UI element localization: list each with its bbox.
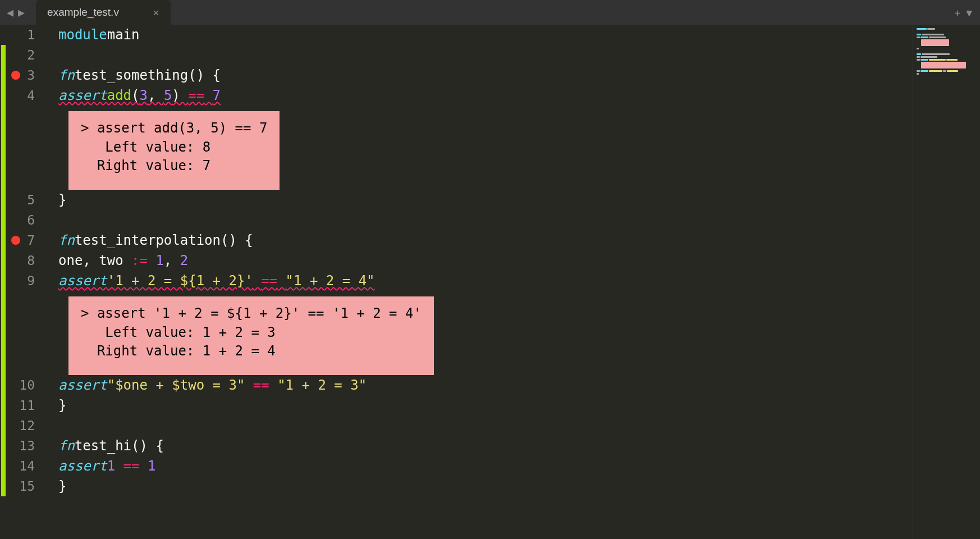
line-number: 13 xyxy=(19,438,35,453)
line-number: 12 xyxy=(19,418,35,433)
code-line[interactable]: fn test_something() { xyxy=(58,65,980,85)
line-number: 3 xyxy=(27,68,35,83)
nav-arrows: ◀ ▶ xyxy=(0,6,31,19)
titlebar: ◀ ▶ example_test.v × + ▼ xyxy=(0,0,980,25)
code-line[interactable] xyxy=(58,415,980,436)
code-area[interactable]: module main fn test_something() { assert… xyxy=(43,25,980,539)
nav-forward-icon[interactable]: ▶ xyxy=(18,6,25,19)
code-line[interactable]: } xyxy=(58,395,980,415)
assertion-error: > assert add(3, 5) == 7 Left value: 8 Ri… xyxy=(68,111,280,190)
breakpoint-icon[interactable] xyxy=(11,236,20,245)
line-number: 4 xyxy=(27,88,35,103)
code-line[interactable]: fn test_interpolation() { xyxy=(58,230,980,250)
line-number: 10 xyxy=(19,378,35,392)
tab-menu-icon[interactable]: ▼ xyxy=(966,7,972,19)
tab-filename: example_test.v xyxy=(47,6,119,19)
code-line[interactable] xyxy=(58,45,980,65)
tab-actions: + ▼ xyxy=(954,7,972,19)
diff-marker xyxy=(1,210,6,230)
code-line[interactable] xyxy=(58,210,980,230)
file-tab[interactable]: example_test.v × xyxy=(36,0,171,25)
diff-marker xyxy=(1,476,6,496)
diff-marker xyxy=(1,456,6,476)
code-line[interactable]: module main xyxy=(58,25,980,45)
diff-marker xyxy=(1,65,6,85)
line-number: 1 xyxy=(27,28,35,42)
diff-marker xyxy=(1,106,6,190)
diff-marker xyxy=(1,250,6,271)
error-inline: > assert '1 + 2 = ${1 + 2}' == '1 + 2 = … xyxy=(58,291,980,375)
line-number: 11 xyxy=(19,398,35,413)
error-inline: > assert add(3, 5) == 7 Left value: 8 Ri… xyxy=(58,106,980,190)
gutter: 1 2 3 4 5 6 7 8 9 10 11 12 13 14 15 xyxy=(0,25,43,539)
code-line[interactable]: assert "$one + $two = 3" == "1 + 2 = 3" xyxy=(58,375,980,395)
diff-marker xyxy=(1,291,6,375)
diff-marker xyxy=(1,271,6,291)
code-line[interactable]: } xyxy=(58,476,980,496)
diff-marker xyxy=(1,230,6,250)
diff-marker xyxy=(1,45,6,65)
diff-marker xyxy=(1,190,6,210)
line-number: 9 xyxy=(27,273,35,288)
editor[interactable]: 1 2 3 4 5 6 7 8 9 10 11 12 13 14 15 modu… xyxy=(0,25,980,539)
code-line[interactable]: assert '1 + 2 = ${1 + 2}' == "1 + 2 = 4" xyxy=(58,271,980,291)
code-line[interactable]: fn test_hi() { xyxy=(58,436,980,456)
code-line[interactable]: } xyxy=(58,190,980,210)
line-number: 6 xyxy=(27,213,35,227)
line-number: 14 xyxy=(19,459,35,473)
line-number: 5 xyxy=(27,193,35,207)
code-line[interactable]: assert 1 == 1 xyxy=(58,456,980,476)
diff-marker xyxy=(1,415,6,436)
code-line[interactable]: assert add(3, 5) == 7 xyxy=(58,85,980,106)
diff-marker xyxy=(1,85,6,106)
diff-marker xyxy=(1,375,6,395)
breakpoint-icon[interactable] xyxy=(11,71,20,80)
line-number: 2 xyxy=(27,48,35,62)
line-number: 7 xyxy=(27,233,35,248)
nav-back-icon[interactable]: ◀ xyxy=(7,6,13,19)
assertion-error: > assert '1 + 2 = ${1 + 2}' == '1 + 2 = … xyxy=(68,296,434,375)
line-number: 15 xyxy=(19,479,35,494)
diff-marker xyxy=(1,436,6,456)
new-tab-icon[interactable]: + xyxy=(954,7,960,19)
close-icon[interactable]: × xyxy=(153,6,159,19)
minimap[interactable] xyxy=(913,25,980,539)
diff-marker xyxy=(1,395,6,415)
line-number: 8 xyxy=(27,253,35,268)
code-line[interactable]: one, two := 1, 2 xyxy=(58,250,980,271)
